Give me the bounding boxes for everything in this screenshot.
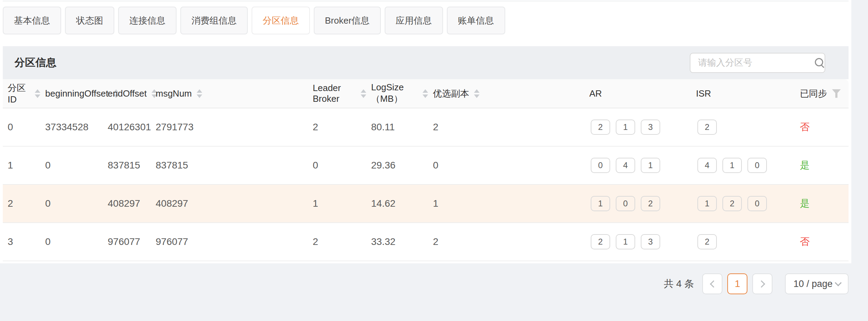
cell-ar-tags: 2 1 3 [584, 120, 691, 135]
cell-log-size: 33.32 [366, 236, 428, 247]
replica-tag: 1 [616, 120, 635, 135]
pagination-prev-button[interactable] [702, 273, 722, 294]
cell-preferred-replica: 2 [428, 236, 584, 247]
col-label: beginningOffset [45, 88, 108, 99]
cell-partition-id: 3 [3, 236, 40, 247]
cell-preferred-replica: 0 [428, 160, 584, 171]
sort-icon[interactable] [35, 89, 40, 98]
replica-tag: 2 [697, 234, 717, 249]
cell-synced-status: 否 [795, 235, 849, 248]
sort-icon[interactable] [474, 89, 480, 98]
tab-partition-info[interactable]: 分区信息 [252, 7, 310, 34]
cell-leader-broker: 2 [308, 236, 366, 247]
tab-broker-info[interactable]: Broker信息 [314, 7, 381, 34]
col-header-partition-id[interactable]: 分区ID [3, 79, 40, 108]
cell-end-offset: 40126301 [103, 122, 151, 133]
pagination-total: 共 4 条 [664, 277, 694, 290]
main-content: 基本信息 状态图 连接信息 消费组信息 分区信息 Broker信息 应用信息 账… [0, 0, 851, 263]
replica-tag: 0 [591, 158, 610, 173]
cell-beginning-offset: 0 [40, 236, 103, 247]
pagination-page-1-button[interactable]: 1 [727, 273, 747, 294]
table-row: 1 0 837815 837815 0 29.36 0 0 4 1 4 1 0 … [3, 147, 849, 185]
cell-beginning-offset: 37334528 [40, 122, 103, 133]
replica-tag: 4 [616, 158, 635, 173]
cell-partition-id: 2 [3, 198, 40, 209]
col-header-leader-broker[interactable]: Leader Broker [308, 79, 366, 108]
col-label: ISR [696, 88, 711, 99]
col-header-ar: AR [584, 79, 691, 108]
replica-tag: 1 [697, 196, 717, 211]
table-row: 0 37334528 40126301 2791773 2 80.11 2 2 … [3, 108, 849, 147]
table-row: 3 0 976077 976077 2 33.32 2 2 1 3 2 否 [3, 223, 849, 261]
col-header-synced[interactable]: 已同步 [795, 79, 849, 108]
col-label: msgNum [156, 88, 192, 99]
col-header-msg-num[interactable]: msgNum [151, 79, 308, 108]
col-label: Leader Broker [313, 83, 356, 104]
cell-partition-id: 0 [3, 122, 40, 133]
replica-tag: 1 [722, 158, 742, 173]
cell-end-offset: 408297 [103, 198, 151, 209]
replica-tag: 1 [591, 196, 610, 211]
cell-synced-status: 否 [795, 121, 849, 134]
replica-tag: 3 [641, 120, 660, 135]
col-header-isr: ISR [691, 79, 795, 108]
cell-isr-tags: 4 1 0 [691, 158, 795, 173]
replica-tag: 1 [616, 234, 635, 249]
pagination-next-button[interactable] [752, 273, 772, 294]
cell-msg-num: 408297 [151, 198, 308, 209]
sort-icon[interactable] [361, 89, 366, 98]
cell-msg-num: 976077 [151, 236, 308, 247]
col-label: endOffset [108, 88, 147, 99]
cell-log-size: 80.11 [366, 122, 428, 133]
replica-tag: 0 [616, 196, 635, 211]
col-header-log-size[interactable]: LogSize（MB） [366, 79, 428, 108]
partition-search [690, 53, 825, 73]
col-label: 已同步 [800, 88, 827, 100]
tab-bar: 基本信息 状态图 连接信息 消费组信息 分区信息 Broker信息 应用信息 账… [3, 7, 505, 34]
tab-consumer-group-info[interactable]: 消费组信息 [180, 7, 248, 34]
tab-basic-info[interactable]: 基本信息 [3, 7, 61, 34]
cell-isr-tags: 2 [691, 234, 795, 249]
cell-ar-tags: 1 0 2 [584, 196, 691, 211]
col-header-preferred-replica[interactable]: 优选副本 [428, 79, 584, 108]
cell-end-offset: 976077 [103, 236, 151, 247]
sort-icon[interactable] [197, 89, 202, 98]
cell-isr-tags: 2 [691, 120, 795, 135]
cell-msg-num: 2791773 [151, 122, 308, 133]
cell-leader-broker: 0 [308, 160, 366, 171]
sort-icon[interactable] [423, 89, 428, 98]
cell-leader-broker: 1 [308, 198, 366, 209]
cell-log-size: 29.36 [366, 160, 428, 171]
col-header-end-offset[interactable]: endOffset [103, 79, 151, 108]
cell-ar-tags: 0 4 1 [584, 158, 691, 173]
cell-leader-broker: 2 [308, 122, 366, 133]
replica-tag: 2 [591, 120, 610, 135]
col-header-beginning-offset[interactable]: beginningOffset [40, 79, 103, 108]
cell-isr-tags: 1 2 0 [691, 196, 795, 211]
tab-billing-info[interactable]: 账单信息 [447, 7, 505, 34]
replica-tag: 3 [641, 234, 660, 249]
tab-connection-info[interactable]: 连接信息 [118, 7, 177, 34]
page-size-value: 10 / page [793, 279, 833, 289]
chevron-left-icon [710, 280, 717, 287]
col-label: 分区ID [8, 82, 30, 105]
pagination-bar: 共 4 条 1 10 / page [664, 273, 849, 294]
replica-tag: 2 [697, 120, 717, 135]
replica-tag: 0 [747, 158, 767, 173]
filter-icon[interactable] [832, 89, 841, 98]
search-icon[interactable] [814, 58, 825, 68]
cell-synced-status: 是 [795, 197, 849, 210]
cell-end-offset: 837815 [103, 160, 151, 171]
col-label: LogSize（MB） [371, 82, 418, 105]
table-header-row: 分区ID beginningOffset endOffset msgNum Le… [3, 79, 849, 108]
tab-application-info[interactable]: 应用信息 [385, 7, 443, 34]
partition-search-input[interactable] [698, 57, 814, 68]
cell-preferred-replica: 1 [428, 198, 584, 209]
cell-partition-id: 1 [3, 160, 40, 171]
page-size-select[interactable]: 10 / page [785, 273, 849, 294]
panel-title: 分区信息 [15, 56, 56, 70]
replica-tag: 1 [641, 158, 660, 173]
tab-status-graph[interactable]: 状态图 [65, 7, 114, 34]
cell-preferred-replica: 2 [428, 122, 584, 133]
cell-synced-status: 是 [795, 159, 849, 172]
